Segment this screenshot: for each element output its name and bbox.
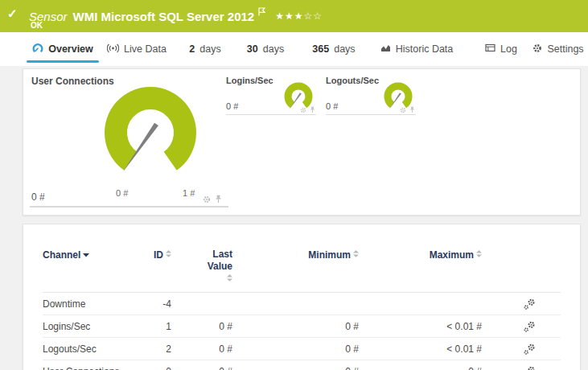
sort-icon bbox=[476, 249, 482, 260]
divider bbox=[326, 114, 416, 115]
channel-minimum: 0 # bbox=[232, 343, 359, 355]
table-row: Downtime -4 bbox=[43, 293, 561, 315]
gauge-scale-min: 0 # bbox=[116, 188, 128, 198]
tab-label: Historic Data bbox=[396, 43, 454, 55]
divider bbox=[30, 206, 228, 208]
tab-label: days bbox=[334, 43, 355, 55]
log-list-icon bbox=[485, 43, 495, 55]
column-header-minimum[interactable]: Minimum bbox=[232, 249, 359, 261]
tab-30-days[interactable]: 30 days bbox=[243, 32, 288, 66]
channels-table-panel: Channel ID Last Value Minimum Maximum Do… bbox=[23, 224, 581, 370]
logouts-title: Logouts/Sec bbox=[326, 76, 379, 85]
tab-label: Settings bbox=[547, 43, 583, 55]
flag-icon bbox=[258, 5, 265, 18]
tab-bar: Overview Live Data 2 days 30 days 365 da… bbox=[0, 32, 588, 66]
gear-icon bbox=[532, 43, 542, 56]
tab-settings[interactable]: Settings bbox=[534, 32, 582, 66]
channel-name: User Connections bbox=[43, 366, 139, 370]
stars-filled: ★★★ bbox=[275, 10, 303, 22]
channel-maximum: 0 # bbox=[359, 366, 482, 370]
sensor-status-header: ✓ SensorWMI Microsoft SQL Server 2012★★★… bbox=[0, 0, 588, 32]
tab-label: days bbox=[263, 43, 284, 55]
logins-value: 0 # bbox=[226, 101, 238, 111]
tab-2-days[interactable]: 2 days bbox=[185, 32, 225, 66]
sort-desc-icon bbox=[83, 249, 89, 260]
sort-icon bbox=[353, 249, 359, 260]
divider bbox=[226, 114, 316, 115]
status-ok-check-icon: ✓ bbox=[7, 6, 18, 21]
edit-channel-gears-icon[interactable] bbox=[524, 298, 535, 310]
channel-minimum: 0 # bbox=[232, 366, 359, 370]
tab-historic-data[interactable]: Historic Data bbox=[383, 32, 450, 66]
channel-name: Logins/Sec bbox=[43, 321, 139, 332]
tab-label: Live Data bbox=[124, 43, 167, 55]
logouts-value: 0 # bbox=[326, 101, 338, 111]
column-header-channel[interactable]: Channel bbox=[43, 249, 139, 261]
channel-maximum: < 0.01 # bbox=[359, 343, 482, 355]
page-title: WMI Microsoft SQL Server 2012 bbox=[73, 10, 255, 23]
gauge-icon bbox=[32, 43, 43, 56]
channel-minimum: 0 # bbox=[232, 321, 359, 332]
live-signal-icon bbox=[107, 43, 119, 56]
logins-gauge-block: Logins/Sec 0 # bbox=[226, 69, 316, 215]
channel-maximum: < 0.01 # bbox=[359, 321, 482, 332]
tab-label: days bbox=[199, 43, 220, 55]
edit-channel-gears-icon[interactable] bbox=[524, 366, 535, 370]
gauge-scale-max: 1 # bbox=[183, 188, 195, 198]
gauge-pin-icon[interactable] bbox=[215, 195, 222, 204]
tab-num: 365 bbox=[312, 43, 329, 55]
channel-id: 0 bbox=[139, 366, 171, 370]
channel-last-value: 0 # bbox=[171, 343, 232, 355]
primary-gauge-value: 0 # bbox=[31, 191, 45, 203]
sort-icon bbox=[174, 273, 232, 285]
column-header-maximum[interactable]: Maximum bbox=[359, 249, 482, 261]
priority-stars[interactable]: ★★★☆☆ bbox=[275, 10, 323, 22]
chart-icon bbox=[380, 43, 391, 55]
prtg-sensor-overview-page: ✓ SensorWMI Microsoft SQL Server 2012★★★… bbox=[0, 0, 588, 370]
gauge-gear-icon[interactable] bbox=[400, 107, 406, 113]
gauge-gear-icon[interactable] bbox=[203, 195, 211, 204]
logouts-gauge-block: Logouts/Sec 0 # bbox=[326, 69, 416, 215]
tab-365-days[interactable]: 365 days bbox=[309, 32, 359, 66]
gauge-pin-icon[interactable] bbox=[409, 106, 415, 113]
user-connections-gauge bbox=[98, 82, 203, 188]
channel-last-value: 0 # bbox=[171, 321, 232, 332]
tab-label: Overview bbox=[48, 43, 93, 55]
tab-log[interactable]: Log bbox=[484, 32, 518, 66]
column-header-last-value[interactable]: Last Value bbox=[171, 249, 232, 285]
table-row: User Connections 0 0 # 0 # 0 # bbox=[43, 360, 561, 370]
gauges-panel: User Connections 0 # 1 # 0 # Logins/Sec … bbox=[23, 68, 581, 216]
column-header-id[interactable]: ID bbox=[139, 249, 171, 261]
gauge-gear-icon[interactable] bbox=[300, 107, 306, 113]
table-row: Logouts/Sec 2 0 # 0 # < 0.01 # bbox=[43, 338, 561, 360]
channel-last-value: 0 # bbox=[171, 366, 232, 370]
channel-id: 2 bbox=[139, 343, 171, 355]
tab-num: 2 bbox=[189, 43, 195, 55]
logins-title: Logins/Sec bbox=[226, 76, 273, 85]
channel-name: Downtime bbox=[43, 298, 139, 310]
tab-num: 30 bbox=[247, 43, 258, 55]
edit-channel-gears-icon[interactable] bbox=[524, 343, 535, 355]
channel-name: Logouts/Sec bbox=[43, 343, 139, 355]
edit-channel-gears-icon[interactable] bbox=[524, 321, 535, 332]
stars-empty: ☆☆ bbox=[303, 10, 323, 22]
sensor-status-text: OK bbox=[31, 21, 43, 30]
tab-overview[interactable]: Overview bbox=[27, 32, 99, 66]
tab-live-data[interactable]: Live Data bbox=[111, 32, 162, 66]
tab-label: Log bbox=[500, 43, 517, 55]
table-row: Logins/Sec 1 0 # 0 # < 0.01 # bbox=[43, 315, 561, 338]
sort-icon bbox=[166, 249, 171, 260]
channel-id: 1 bbox=[139, 321, 171, 332]
channel-id: -4 bbox=[139, 298, 171, 310]
sensor-title-line: SensorWMI Microsoft SQL Server 2012★★★☆☆ bbox=[29, 5, 323, 23]
gauge-pin-icon[interactable] bbox=[310, 106, 315, 113]
table-header-row: Channel ID Last Value Minimum Maximum bbox=[43, 249, 561, 293]
